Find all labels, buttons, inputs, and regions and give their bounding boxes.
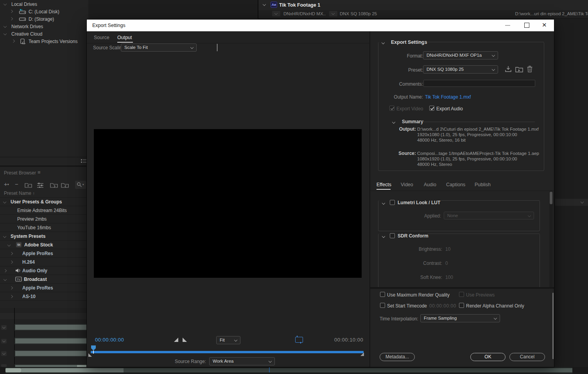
preset-dropdown[interactable]: DNX SQ 1080p 25	[423, 65, 498, 74]
max-render-quality-checkbox[interactable]	[380, 292, 385, 297]
chevron-right-icon[interactable]	[10, 261, 13, 264]
preset-group-user-presets[interactable]: User Presets & Groups	[0, 197, 88, 206]
track-clip[interactable]	[15, 351, 88, 356]
queue-preset[interactable]: DNX SQ 1080p 25	[340, 11, 377, 16]
preset-category-apple-prores[interactable]: Apple ProRes	[0, 249, 88, 257]
new-group-folder-icon[interactable]	[25, 182, 32, 188]
list-view-icon[interactable]	[81, 158, 87, 164]
scrollbar-thumb[interactable]	[21, 368, 124, 372]
brightness-value[interactable]: 10	[445, 246, 450, 252]
queue-item-row[interactable]: Ae Tik Tok Footage 1	[258, 0, 588, 10]
preset-dropdown-icon[interactable]	[329, 11, 337, 16]
chevron-right-icon[interactable]	[10, 252, 13, 255]
work-area-end-handle[interactable]	[360, 352, 364, 356]
tab-output[interactable]: Output	[117, 35, 132, 40]
chevron-right-icon[interactable]	[4, 269, 7, 272]
preset-group-system-presets[interactable]: System Presets	[0, 232, 88, 240]
work-area-start-handle[interactable]	[88, 353, 92, 357]
preset-group-broadcast[interactable]: TV Broadcast	[0, 275, 88, 283]
track-clip[interactable]	[15, 338, 88, 343]
set-start-timecode-checkbox[interactable]	[380, 303, 385, 308]
search-presets-button[interactable]: ▾	[75, 181, 86, 189]
preset-item[interactable]: Preview 2mbs	[0, 214, 88, 223]
playhead-marker[interactable]	[269, 367, 270, 372]
output-name-link[interactable]: Tik Tok Footage 1.mxf	[425, 94, 471, 100]
time-interpolation-dropdown[interactable]: Frame Sampling	[420, 314, 500, 322]
chevron-right-icon[interactable]	[12, 40, 15, 43]
save-preset-icon[interactable]	[505, 66, 512, 73]
applied-lut-dropdown[interactable]: None	[444, 212, 534, 219]
cancel-button[interactable]: Cancel	[509, 353, 545, 361]
contrast-value[interactable]: 0	[445, 261, 448, 266]
tab-publish[interactable]: Publish	[475, 182, 491, 187]
preset-group-adobe-stock[interactable]: St Adobe Stock	[0, 240, 88, 249]
start-timecode-value[interactable]: 00:00:00:00	[429, 303, 456, 309]
chevron-down-icon[interactable]	[7, 243, 11, 246]
tree-item-creative-cloud[interactable]: Creative Cloud	[0, 30, 88, 38]
track-clip[interactable]	[15, 325, 88, 330]
tab-effects[interactable]: Effects	[376, 182, 391, 187]
preset-name-column-header[interactable]: Preset Name ↑	[4, 191, 35, 196]
scrollbar-handle[interactable]	[5, 368, 21, 372]
chevron-down-icon[interactable]	[4, 2, 7, 5]
preset-category-apple-prores-2[interactable]: Apple ProRes	[0, 283, 88, 292]
queue-output-path[interactable]: D:\work...uri din episod 2_AME\Tik Tok F…	[446, 11, 588, 16]
sdr-conform-checkbox[interactable]	[390, 233, 395, 238]
chevron-right-icon[interactable]	[10, 286, 13, 289]
set-out-point-icon[interactable]	[183, 338, 187, 342]
maximize-icon[interactable]	[524, 23, 529, 28]
track-collapse-button[interactable]	[1, 339, 7, 343]
track-collapse-button[interactable]	[1, 364, 7, 367]
tab-captions[interactable]: Captions	[446, 182, 465, 187]
tree-item-team-projects[interactable]: Team Projects Versions	[0, 38, 88, 45]
tree-item-local-drives[interactable]: Local Drives	[0, 0, 88, 8]
export-preset-icon[interactable]	[61, 182, 69, 188]
scrollbar-track[interactable]	[124, 368, 572, 372]
ok-button[interactable]: OK	[470, 353, 506, 361]
tree-item-network-drives[interactable]: Network Drives	[0, 23, 88, 30]
tab-video[interactable]: Video	[401, 182, 413, 187]
close-icon[interactable]: ✕	[542, 22, 547, 29]
format-dropdown[interactable]: DNxHR/DNxHD MXF OP1a	[423, 51, 498, 59]
lumetri-checkbox[interactable]	[390, 200, 395, 205]
set-in-point-icon[interactable]	[174, 338, 178, 342]
export-audio-checkbox[interactable]	[429, 106, 434, 111]
timeline-scrubber[interactable]	[91, 351, 364, 353]
remove-preset-icon[interactable]: −	[15, 181, 18, 187]
track-collapse-button[interactable]	[1, 325, 7, 330]
chevron-down-icon[interactable]	[3, 235, 6, 238]
preset-category-as10[interactable]: AS-10	[0, 292, 88, 300]
render-alpha-checkbox[interactable]	[459, 303, 464, 308]
chevron-right-icon[interactable]	[10, 10, 13, 13]
tree-item-drive-c[interactable]: C: (Local Disk)	[0, 8, 88, 15]
preset-settings-icon[interactable]	[37, 182, 44, 188]
chevron-down-icon[interactable]	[4, 32, 7, 35]
effects-scrollbar-thumb[interactable]	[550, 192, 552, 204]
source-range-dropdown[interactable]: Work Area	[209, 357, 275, 365]
use-previews-checkbox[interactable]	[459, 292, 464, 297]
tree-item-drive-d[interactable]: D: (Storage)	[0, 15, 88, 23]
import-preset-icon[interactable]	[50, 182, 58, 188]
source-scaling-dropdown[interactable]: Scale To Fit	[121, 43, 197, 52]
video-preview-frame[interactable]	[94, 129, 362, 278]
format-dropdown-icon[interactable]	[272, 11, 280, 16]
chevron-down-icon[interactable]	[263, 3, 266, 6]
chevron-down-icon[interactable]	[4, 278, 7, 281]
minimize-icon[interactable]	[505, 25, 510, 26]
preset-item[interactable]: Emisie Adstream 24Bits	[0, 206, 88, 214]
chevron-down-icon[interactable]	[3, 200, 6, 203]
comments-input[interactable]	[423, 80, 535, 87]
effects-scrollbar-track[interactable]	[549, 191, 553, 288]
queue-output-row[interactable]: DNxHR/DNxHD MX.. DNX SQ 1080p 25 D:\work…	[258, 10, 588, 18]
delete-preset-icon[interactable]	[527, 65, 533, 73]
tab-audio[interactable]: Audio	[424, 182, 436, 187]
preset-item[interactable]: YouTube 16mbs	[0, 223, 88, 232]
queue-format[interactable]: DNxHR/DNxHD MX..	[283, 11, 326, 16]
metadata-button[interactable]: Metadata...	[380, 353, 415, 361]
tab-source[interactable]: Source	[94, 35, 109, 40]
preview-zoom-dropdown[interactable]: Fit	[216, 336, 240, 344]
add-preset-icon[interactable]: +▾	[4, 181, 9, 187]
panel-scrollbar-thumb[interactable]	[552, 293, 554, 359]
panel-menu-icon[interactable]: ≡	[38, 169, 41, 175]
preset-category-audio-only[interactable]: Audio Only	[0, 266, 88, 275]
